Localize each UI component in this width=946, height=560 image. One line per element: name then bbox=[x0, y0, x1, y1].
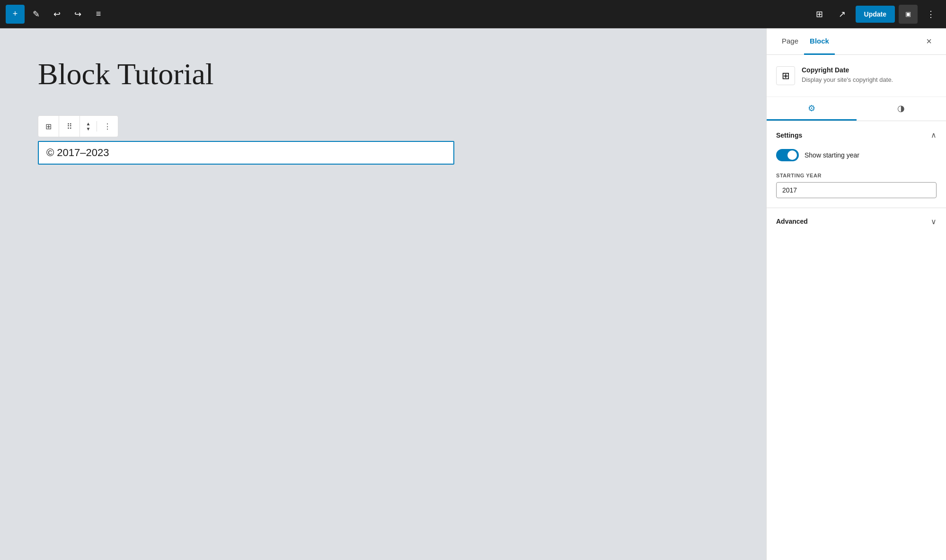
style-icon: ◑ bbox=[897, 103, 905, 114]
tab-block[interactable]: Block bbox=[804, 28, 835, 55]
settings-collapse-button[interactable]: ∧ bbox=[931, 131, 937, 140]
copyright-block-icon: ⊞ bbox=[45, 122, 52, 131]
block-toolbar-wrap: ⊞ ⠿ ▲ ▼ ⋮ bbox=[38, 115, 728, 137]
tab-settings-gear[interactable]: ⚙ bbox=[767, 97, 857, 121]
page-title: Block Tutorial bbox=[38, 57, 728, 92]
editor-area: Block Tutorial ⊞ ⠿ ▲ ▼ ⋮ © 2017 bbox=[0, 28, 766, 560]
block-name: Copyright Date bbox=[802, 66, 893, 74]
advanced-section: Advanced ∨ bbox=[767, 208, 946, 235]
preview-button[interactable]: ⊞ bbox=[810, 5, 829, 24]
advanced-title: Advanced bbox=[776, 218, 808, 225]
toggle-row: Show starting year bbox=[776, 149, 937, 161]
starting-year-input[interactable] bbox=[776, 182, 937, 198]
drag-handle-button[interactable]: ⠿ bbox=[59, 116, 80, 137]
settings-subtabs: ⚙ ◑ bbox=[767, 97, 946, 121]
settings-title: Settings bbox=[776, 131, 802, 139]
settings-section: Settings ∧ Show starting year STARTING Y… bbox=[767, 121, 946, 208]
more-icon: ⋮ bbox=[104, 122, 111, 131]
sidebar: Page Block × ⊞ Copyright Date Display yo… bbox=[766, 28, 946, 560]
tab-settings-style[interactable]: ◑ bbox=[857, 97, 946, 121]
sidebar-tabs: Page Block × bbox=[767, 28, 946, 55]
block-more-options-button[interactable]: ⋮ bbox=[97, 116, 118, 137]
toolbar-right: ⊞ ↗ Update ▣ ⋮ bbox=[810, 5, 940, 24]
edit-button[interactable]: ✎ bbox=[27, 5, 45, 24]
show-starting-year-toggle[interactable] bbox=[776, 149, 799, 161]
gear-icon: ⚙ bbox=[808, 103, 815, 114]
block-description: Display your site's copyright date. bbox=[802, 76, 893, 84]
drag-icon: ⠿ bbox=[67, 122, 72, 131]
move-up-down-group: ▲ ▼ bbox=[80, 121, 97, 131]
block-toolbar: ⊞ ⠿ ▲ ▼ ⋮ bbox=[38, 115, 118, 137]
update-button[interactable]: Update bbox=[856, 6, 895, 23]
block-type-button[interactable]: ⊞ bbox=[38, 116, 59, 137]
add-block-button[interactable]: + bbox=[6, 5, 25, 24]
move-down-button[interactable]: ▼ bbox=[80, 126, 97, 131]
top-toolbar: + ✎ ↩ ↪ ≡ ⊞ ↗ Update ▣ ⋮ bbox=[0, 0, 946, 28]
advanced-header[interactable]: Advanced ∨ bbox=[776, 208, 937, 235]
starting-year-field: STARTING YEAR bbox=[776, 173, 937, 198]
more-options-button[interactable]: ⋮ bbox=[921, 5, 940, 24]
settings-header: Settings ∧ bbox=[776, 131, 937, 140]
undo-button[interactable]: ↩ bbox=[47, 5, 66, 24]
sidebar-close-button[interactable]: × bbox=[921, 34, 937, 49]
copyright-text: © 2017–2023 bbox=[46, 147, 109, 159]
main-layout: Block Tutorial ⊞ ⠿ ▲ ▼ ⋮ © 2017 bbox=[0, 28, 946, 560]
redo-button[interactable]: ↪ bbox=[68, 5, 87, 24]
block-info: ⊞ Copyright Date Display your site's cop… bbox=[767, 55, 946, 97]
move-up-button[interactable]: ▲ bbox=[80, 121, 97, 126]
sidebar-toggle-button[interactable]: ▣ bbox=[899, 5, 918, 24]
external-link-button[interactable]: ↗ bbox=[833, 5, 852, 24]
list-view-button[interactable]: ≡ bbox=[89, 5, 108, 24]
block-info-text: Copyright Date Display your site's copyr… bbox=[802, 66, 893, 84]
toggle-label: Show starting year bbox=[805, 151, 859, 159]
block-info-icon: ⊞ bbox=[776, 66, 795, 85]
tab-page[interactable]: Page bbox=[776, 28, 804, 55]
advanced-chevron-icon: ∨ bbox=[931, 217, 937, 226]
starting-year-label: STARTING YEAR bbox=[776, 173, 937, 178]
copyright-block[interactable]: © 2017–2023 bbox=[38, 141, 454, 165]
